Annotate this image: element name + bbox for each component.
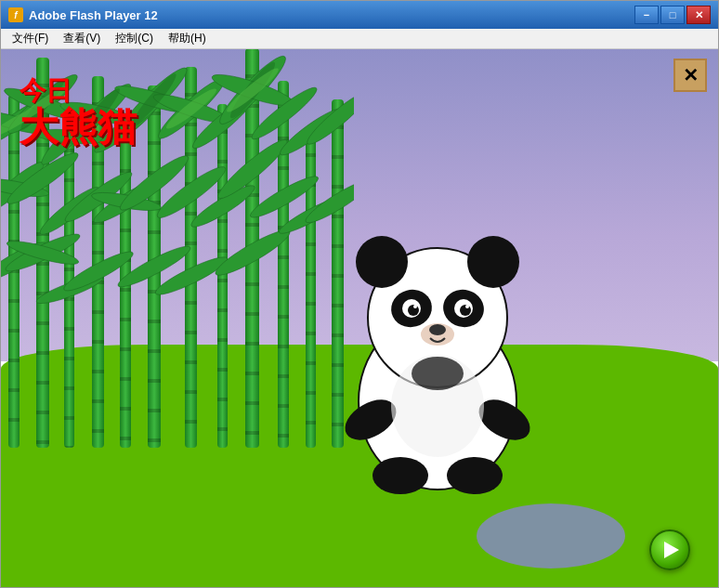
bamboo-stalk: [185, 67, 197, 448]
window-controls: − □ ✕: [634, 6, 711, 24]
menu-bar: 文件(F) 查看(V) 控制(C) 帮助(H): [1, 29, 718, 49]
svg-point-65: [373, 457, 428, 494]
menu-control[interactable]: 控制(C): [108, 29, 161, 48]
bamboo-stalk: [148, 85, 161, 448]
chinese-text-overlay: 今日 大熊猫: [20, 77, 137, 149]
water-pool: [477, 503, 625, 568]
svg-point-57: [408, 305, 419, 316]
bamboo-stalk: [245, 49, 259, 448]
svg-point-58: [460, 305, 471, 316]
menu-file[interactable]: 文件(F): [5, 29, 56, 48]
minimize-button[interactable]: −: [634, 6, 659, 24]
panda: [307, 206, 568, 494]
bamboo-stalk: [64, 123, 74, 448]
svg-point-66: [447, 457, 503, 494]
svg-point-60: [465, 305, 469, 308]
play-icon: [664, 542, 679, 558]
menu-help[interactable]: 帮助(H): [161, 29, 214, 48]
maximize-button[interactable]: □: [660, 6, 685, 24]
bamboo-stalk: [8, 95, 20, 448]
bamboo-stalk: [120, 113, 131, 448]
flash-close-button[interactable]: ✕: [673, 59, 707, 92]
app-icon: f: [8, 7, 23, 22]
svg-point-51: [356, 236, 408, 288]
menu-view[interactable]: 查看(V): [56, 29, 108, 48]
text-line1: 今日: [20, 77, 137, 106]
window-title: Adobe Flash Player 12: [29, 8, 634, 22]
flash-close-icon: ✕: [683, 64, 699, 86]
play-button[interactable]: [649, 529, 690, 570]
svg-point-68: [412, 357, 464, 390]
title-bar: f Adobe Flash Player 12 − □ ✕: [1, 1, 718, 29]
bamboo-stalk: [217, 104, 228, 448]
svg-point-59: [413, 305, 417, 308]
text-line2: 大熊猫: [20, 106, 137, 149]
panda-svg: [307, 206, 568, 494]
bamboo-stalk: [278, 81, 289, 448]
close-window-button[interactable]: ✕: [686, 6, 711, 24]
main-window: f Adobe Flash Player 12 − □ ✕ 文件(F) 查看(V…: [0, 0, 719, 588]
svg-point-62: [429, 324, 446, 335]
svg-point-52: [467, 236, 519, 288]
flash-content-area: 今日 大熊猫 ✕: [1, 49, 718, 587]
